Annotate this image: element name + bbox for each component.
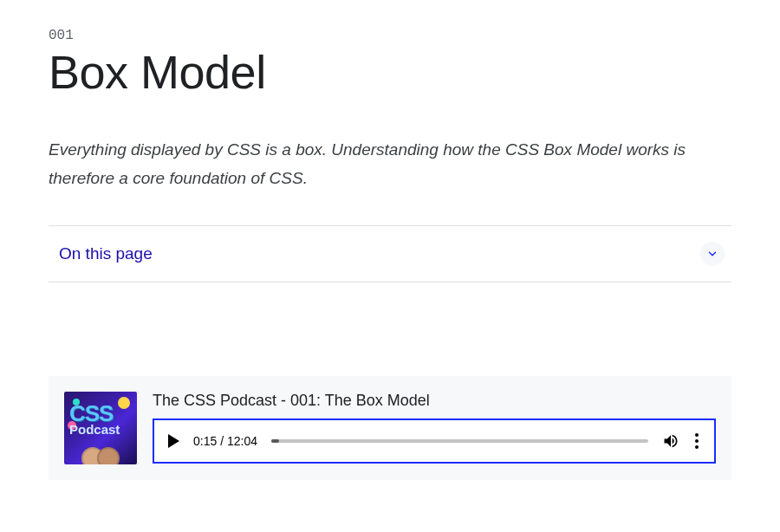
more-menu-button[interactable] [693,433,700,449]
podcast-card: CSS Podcast The CSS Podcast - 001: The B… [49,376,731,480]
episode-number: 001 [49,28,731,43]
progress-fill [271,439,279,443]
page-title: Box Model [49,47,731,98]
on-this-page-toggle[interactable]: On this page [49,225,731,282]
toc-label: On this page [52,244,153,263]
audio-player: 0:15 / 12:04 [153,418,716,464]
artwork-text-line1: CSS [69,404,133,423]
chevron-down-icon [700,242,725,266]
volume-icon[interactable] [662,432,679,450]
podcast-artwork: CSS Podcast [64,392,137,464]
podcast-episode-title: The CSS Podcast - 001: The Box Model [153,392,716,410]
time-display: 0:15 / 12:04 [193,434,257,448]
play-button[interactable] [168,434,179,448]
progress-bar[interactable] [271,439,648,443]
page-lede: Everything displayed by CSS is a box. Un… [49,136,731,192]
artwork-text-line2: Podcast [69,425,133,436]
